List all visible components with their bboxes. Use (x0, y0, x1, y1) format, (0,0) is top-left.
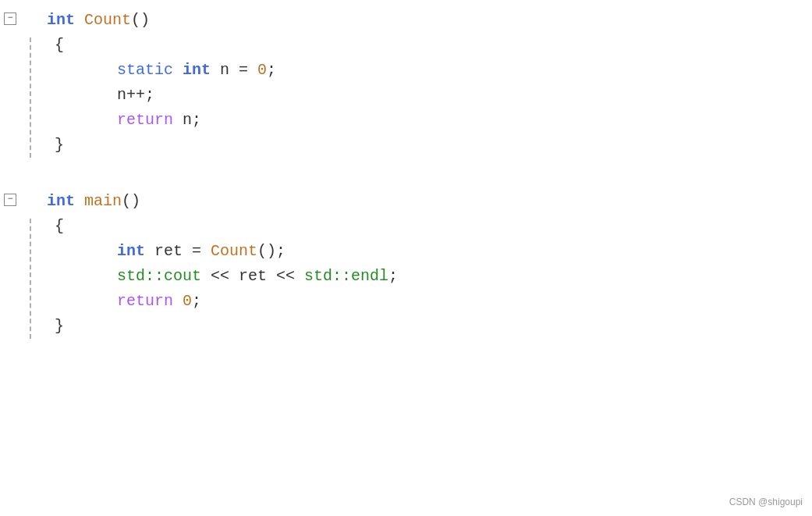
count-parens: () (131, 8, 150, 33)
main-header-line: int main() (23, 189, 812, 214)
count-function-block: − int Count() { static int n = 0; n++; r… (0, 8, 812, 158)
watermark-text: CSDN @shigoupi (729, 495, 803, 510)
main-return-type: int (47, 189, 84, 214)
main-ret-line: int ret = Count(); (31, 239, 812, 264)
code-container: − int Count() { static int n = 0; n++; r… (0, 0, 812, 370)
main-function-block: − int main() { int ret = Count(); std::c… (0, 189, 812, 339)
main-func-name: main (84, 189, 122, 214)
count-return-line: return n; (31, 108, 812, 133)
main-parens: () (122, 189, 140, 214)
fold-main-button[interactable]: − (4, 194, 16, 206)
count-open-brace: { (31, 33, 812, 58)
main-body: { int ret = Count(); std::cout << ret <<… (23, 214, 812, 339)
count-static-line: static int n = 0; (31, 58, 812, 83)
main-close-brace: } (31, 314, 812, 339)
fold-main-icon: − (7, 192, 12, 207)
main-open-brace: { (31, 214, 812, 239)
count-increment-line: n++; (31, 83, 812, 108)
count-return-type: int (47, 8, 84, 33)
main-return-line: return 0; (31, 289, 812, 314)
fold-count-icon: − (7, 11, 12, 26)
fold-count-button[interactable]: − (4, 12, 16, 25)
main-cout-line: std::cout << ret << std::endl; (31, 264, 812, 289)
count-body: { static int n = 0; n++; return n; } (23, 33, 812, 158)
count-func-name: Count (84, 8, 131, 33)
count-close-brace: } (31, 133, 812, 158)
count-header-line: int Count() (23, 8, 812, 33)
